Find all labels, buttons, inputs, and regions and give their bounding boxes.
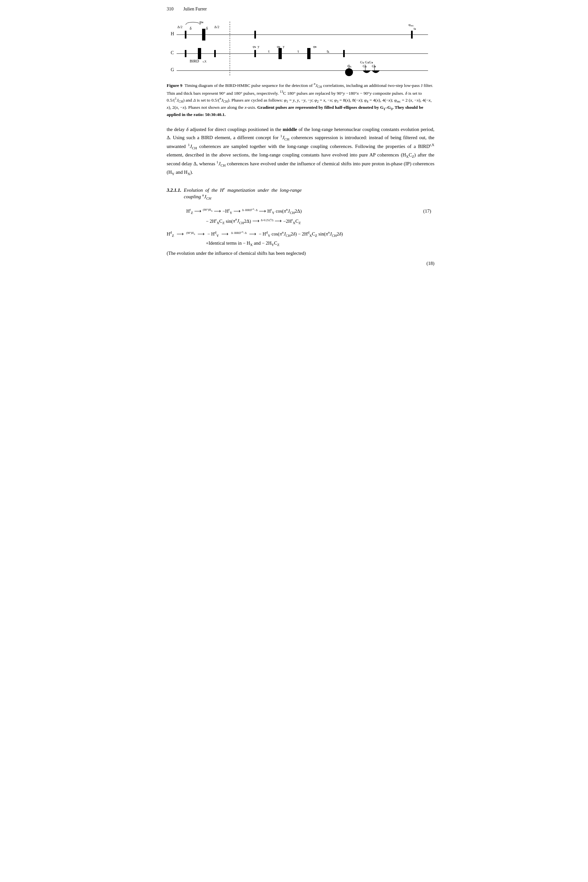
figure-label: Figure 9 (167, 83, 183, 88)
eq17-line1: HrZ ⟶ (90°)HX ⟶ −HrY ⟶ Δ−BIRDr,X−Δ ⟶ HrY… (186, 206, 435, 216)
t1-label: t₁ (327, 49, 329, 54)
phi1-label: φ₁ (253, 44, 256, 48)
bird-label: BIRD (190, 59, 199, 63)
h-pulse-2 (202, 29, 206, 41)
h-pulse-1 (185, 31, 186, 39)
t2-label: t₂ (414, 27, 416, 30)
g-label-area: G₁ G₂G₃ (360, 60, 373, 64)
pulse-diagram: H C G δ δ φ₄ Δ/2 Δ/2 φrec t₂ (167, 15, 428, 82)
equation-18-block: HdZ ⟶ (90°)HX ⟶ − HdY ⟶ Δ−BIRDr,X−Δ ⟶ − … (167, 229, 435, 268)
page-header: 310 Julien Furrer (167, 6, 428, 12)
y-label-1: y (258, 44, 260, 48)
h-pulse-rec (411, 31, 412, 39)
c-pulse-3 (214, 50, 216, 57)
delta2-label-1: Δ/2 (177, 25, 183, 29)
g3-gradient-shape (372, 71, 380, 73)
tau-label-1: τ (268, 49, 270, 54)
delta2-label-2: Δ/2 (214, 25, 219, 29)
eq17-line2: − 2HrXCZ sin(πnJCH2Δ) ⟶ Δ=0.25/(nJ) ⟶ −2… (206, 216, 435, 226)
phi2-label: φ₂ (277, 44, 280, 48)
equation-17-block: HrZ ⟶ (90°)HX ⟶ −HrY ⟶ Δ−BIRDr,X−Δ ⟶ HrY… (186, 206, 435, 226)
delta-label-2: δ (206, 26, 208, 31)
c-channel-label: C (171, 50, 174, 55)
h-channel-label: H (171, 32, 174, 36)
c-pulse-1 (185, 50, 186, 57)
body-paragraph-1: the delay δ adjusted for direct coupling… (167, 126, 435, 177)
phi-rec-label: φrec (408, 23, 414, 27)
author-name: Julien Furrer (183, 6, 207, 12)
eq18-number: (18) (167, 259, 435, 268)
bird-superscript: r,X (203, 60, 207, 63)
g2-gradient-shape (363, 71, 370, 73)
delta-label-1: δ (190, 26, 192, 31)
c-pulse-6 (307, 48, 310, 59)
g2-label: G₂ (363, 64, 367, 68)
h-pulse-3 (254, 31, 256, 39)
page-number: 310 (167, 6, 174, 12)
c-pulse-7 (343, 50, 345, 57)
c-pulse-5 (279, 48, 282, 59)
tau-label-2: τ (297, 49, 299, 54)
g-channel-label: G (171, 67, 174, 72)
phi4-label: φ₄ (200, 20, 203, 24)
eq17-number: (17) (423, 207, 434, 216)
figure-caption: Figure 9 Timing diagram of the BIRD-HMBC… (167, 82, 435, 118)
g1-label: G₁ (347, 64, 351, 68)
phi3-label: φ₃ (313, 44, 316, 48)
neglected-text: (The evolution under the influence of ch… (167, 249, 435, 258)
section-heading: 3.2.1.1. Evolution of the Hr magnetizati… (167, 186, 435, 200)
c-pulse-2 (198, 48, 201, 59)
c-pulse-4 (254, 50, 256, 57)
y-label-2: y (283, 44, 285, 48)
g3-label: G₃ (372, 64, 376, 68)
